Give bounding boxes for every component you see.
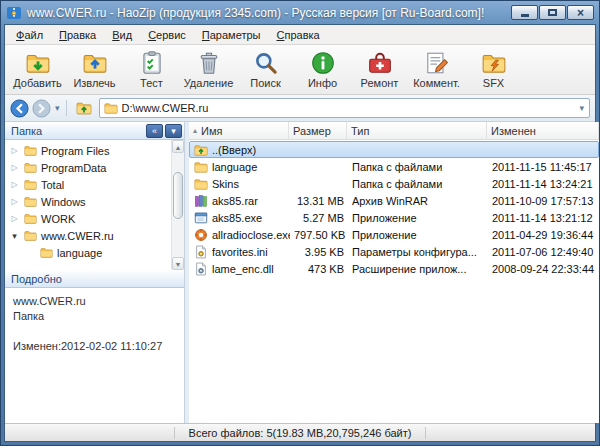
add-archive-icon bbox=[25, 50, 51, 76]
scrollbar-thumb[interactable] bbox=[173, 172, 183, 219]
menu-item-3[interactable]: Сервис bbox=[140, 27, 194, 43]
file-list: ▴ИмяРазмерТипИзменен ..(Вверх)languageПа… bbox=[189, 122, 599, 423]
minimize-button[interactable] bbox=[511, 5, 538, 20]
titlebar[interactable]: www.CWER.ru - HaoZip (продукция 2345.com… bbox=[4, 1, 596, 24]
history-chevron-down-icon[interactable]: ▾ bbox=[54, 103, 61, 113]
tree-item-1[interactable]: ▷ProgramData bbox=[5, 159, 169, 176]
file-name-cell: Skins bbox=[190, 177, 290, 191]
forward-button[interactable] bbox=[32, 99, 51, 118]
toolbar-button-7[interactable]: Коммент. bbox=[408, 47, 465, 93]
file-row-4[interactable]: aks85.exe5.27 MBПриложение2011-11-14 13:… bbox=[189, 209, 599, 226]
column-header-2[interactable]: Тип bbox=[347, 122, 487, 139]
minimize-icon bbox=[521, 14, 529, 17]
detail-line-0: www.CWER.ru bbox=[13, 294, 176, 309]
toolbar-button-5[interactable]: Инфо bbox=[294, 47, 351, 93]
file-row-0[interactable]: ..(Вверх) bbox=[189, 141, 599, 158]
toolbar-button-label: Удаление bbox=[184, 77, 234, 89]
file-modified-cell: 2011-11-14 13:21:12 bbox=[488, 212, 598, 224]
up-one-level-button[interactable] bbox=[72, 98, 96, 119]
maximize-icon bbox=[548, 9, 557, 16]
file-type-cell: Параметры конфигура... bbox=[348, 246, 488, 258]
menu-item-5[interactable]: Справка bbox=[268, 27, 327, 43]
window-body: ФайлПравкаВидСервисПараметрыСправка Доба… bbox=[4, 24, 596, 442]
file-row-2[interactable]: SkinsПапка с файлами2011-11-14 13:24:21 bbox=[189, 175, 599, 192]
collapse-arrow-icon[interactable]: ▾ bbox=[9, 231, 20, 241]
menu-item-4[interactable]: Параметры bbox=[194, 27, 269, 43]
expand-arrow-icon[interactable]: ▷ bbox=[9, 214, 20, 223]
menu-item-0[interactable]: Файл bbox=[8, 27, 51, 43]
file-row-3[interactable]: aks85.rar13.31 MBАрхив WinRAR2011-10-09 … bbox=[189, 192, 599, 209]
menu-item-1[interactable]: Правка bbox=[51, 27, 104, 43]
file-size-cell: 3.95 KB bbox=[290, 246, 348, 258]
tree-item-label: www.CWER.ru bbox=[41, 230, 114, 242]
window-title: www.CWER.ru - HaoZip (продукция 2345.com… bbox=[27, 6, 502, 20]
scroll-up-icon[interactable]: ▲ bbox=[172, 140, 184, 153]
file-row-1[interactable]: languageПапка с файлами2011-11-15 11:45:… bbox=[189, 158, 599, 175]
file-list-rows: ..(Вверх)languageПапка с файлами2011-11-… bbox=[189, 140, 599, 423]
tree-item-6[interactable]: language bbox=[5, 244, 169, 261]
folder-panel-title: Папка bbox=[11, 125, 144, 137]
column-header-0[interactable]: ▴Имя bbox=[189, 122, 289, 139]
comment-icon bbox=[424, 50, 450, 76]
tree-item-label: language bbox=[57, 247, 102, 259]
toolbar-button-6[interactable]: Ремонт bbox=[351, 47, 408, 93]
menu-item-2[interactable]: Вид bbox=[104, 27, 140, 43]
column-header-1[interactable]: Размер bbox=[289, 122, 347, 139]
file-type-cell: Приложение bbox=[348, 229, 488, 241]
file-row-5[interactable]: allradioclose.exe797.50 KBПриложение2011… bbox=[189, 226, 599, 243]
address-path: D:\www.CWER.ru bbox=[122, 102, 575, 114]
file-row-6[interactable]: favorites.ini3.95 KBПараметры конфигура.… bbox=[189, 243, 599, 260]
tree-item-0[interactable]: ▷Program Files bbox=[5, 142, 169, 159]
file-type-cell: Приложение bbox=[348, 212, 488, 224]
file-row-7[interactable]: lame_enc.dll473 KBРасширение прилож...20… bbox=[189, 260, 599, 277]
panel-menu-button[interactable]: ▾ bbox=[165, 124, 182, 138]
statusbar: Всего файлов: 5(19.83 MB,20,795,246 байт… bbox=[5, 423, 595, 441]
collapse-panel-button[interactable]: « bbox=[146, 124, 163, 138]
column-header-3[interactable]: Изменен bbox=[487, 122, 599, 139]
toolbar-button-8[interactable]: SFX bbox=[465, 47, 522, 93]
toolbar-button-0[interactable]: Добавить bbox=[9, 47, 66, 93]
file-name-cell: language bbox=[190, 160, 290, 174]
toolbar-button-label: SFX bbox=[483, 77, 504, 89]
maximize-button[interactable] bbox=[539, 5, 566, 20]
expand-arrow-icon[interactable]: ▷ bbox=[9, 197, 20, 206]
file-name-cell: ..(Вверх) bbox=[190, 143, 290, 157]
toolbar-button-label: Инфо bbox=[308, 77, 337, 89]
toolbar-button-3[interactable]: Удаление bbox=[180, 47, 237, 93]
app-icon bbox=[6, 5, 22, 21]
column-header-label: Тип bbox=[351, 125, 369, 137]
address-chevron-down-icon[interactable]: ▾ bbox=[578, 103, 585, 113]
folder-icon bbox=[104, 101, 118, 115]
file-name: Skins bbox=[212, 178, 239, 190]
sort-asc-icon: ▴ bbox=[193, 126, 197, 135]
expand-arrow-icon[interactable]: ▷ bbox=[9, 180, 20, 189]
address-field[interactable]: D:\www.CWER.ru ▾ bbox=[99, 98, 590, 118]
back-button[interactable] bbox=[10, 99, 29, 118]
file-name: aks85.rar bbox=[212, 195, 258, 207]
file-modified-cell: 2011-11-14 13:24:21 bbox=[488, 178, 598, 190]
toolbar-button-1[interactable]: Извлечь bbox=[66, 47, 123, 93]
sfx-icon bbox=[481, 50, 507, 76]
scroll-down-icon[interactable]: ▼ bbox=[172, 257, 184, 270]
toolbar-button-label: Извлечь bbox=[73, 77, 115, 89]
tree-item-4[interactable]: ▷WORK bbox=[5, 210, 169, 227]
file-name-cell: favorites.ini bbox=[190, 245, 290, 259]
expand-arrow-icon[interactable]: ▷ bbox=[9, 163, 20, 172]
toolbar-button-4[interactable]: Поиск bbox=[237, 47, 294, 93]
tree-item-label: Windows bbox=[41, 196, 86, 208]
test-icon bbox=[139, 50, 165, 76]
tree-item-3[interactable]: ▷Windows bbox=[5, 193, 169, 210]
file-modified-cell: 2011-10-09 17:57:13 bbox=[488, 195, 598, 207]
scrollbar-track[interactable] bbox=[172, 153, 184, 257]
tree-item-2[interactable]: ▷Total bbox=[5, 176, 169, 193]
extract-icon bbox=[82, 50, 108, 76]
close-button[interactable]: × bbox=[567, 5, 594, 20]
folder-icon bbox=[194, 177, 208, 191]
expand-arrow-icon[interactable]: ▷ bbox=[9, 146, 20, 155]
window-controls: × bbox=[511, 5, 594, 20]
toolbar-button-2[interactable]: Тест bbox=[123, 47, 180, 93]
tree-item-label: Total bbox=[41, 179, 64, 191]
tree-item-5[interactable]: ▾www.CWER.ru bbox=[5, 227, 169, 244]
tree-scrollbar[interactable]: ▲ ▼ bbox=[171, 140, 184, 270]
file-list-header: ▴ИмяРазмерТипИзменен bbox=[189, 122, 599, 140]
